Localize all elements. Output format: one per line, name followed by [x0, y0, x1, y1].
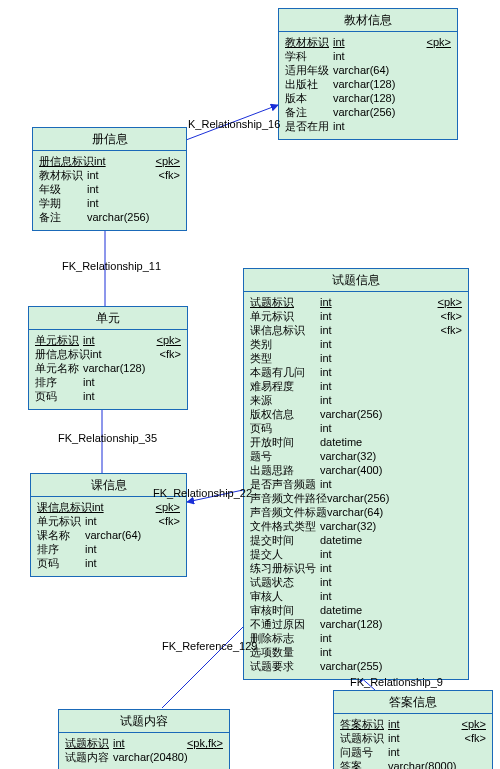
column-type: datetime	[320, 435, 432, 449]
column-row: 册信息标识int<fk>	[35, 347, 181, 361]
rel-label: FK_Relationship_9	[350, 676, 443, 688]
column-name: 审核时间	[250, 603, 320, 617]
entity-title: 试题信息	[244, 269, 468, 292]
column-name: 题号	[250, 449, 320, 463]
column-key	[432, 337, 462, 351]
column-key	[432, 561, 462, 575]
column-name: 单元标识	[250, 309, 320, 323]
rel-label: FK_Relationship_22	[153, 487, 252, 499]
column-name: 课信息标识	[37, 500, 92, 514]
column-row: 适用年级varchar(64)	[285, 63, 451, 77]
column-row: 版本varchar(128)	[285, 91, 451, 105]
column-key: <pk>	[421, 35, 451, 49]
column-key: <pk>	[151, 333, 181, 347]
column-row: 审核人int	[250, 589, 462, 603]
column-row: 备注varchar(256)	[39, 210, 180, 224]
column-type: varchar(64)	[327, 505, 432, 519]
column-row: 题号varchar(32)	[250, 449, 462, 463]
column-row: 备注varchar(256)	[285, 105, 451, 119]
column-row: 课名称varchar(64)	[37, 528, 180, 542]
column-name: 练习册标识号	[250, 561, 320, 575]
column-row: 提交人int	[250, 547, 462, 561]
column-key	[432, 463, 462, 477]
column-type: varchar(256)	[327, 491, 432, 505]
column-key	[150, 196, 180, 210]
column-type: int	[320, 477, 432, 491]
entity-试题信息: 试题信息 试题标识int<pk>单元标识int<fk>课信息标识int<fk>类…	[243, 268, 469, 680]
column-key: <fk>	[150, 514, 180, 528]
column-row: 问题号int	[340, 745, 486, 759]
entity-body: 试题标识int<pk>单元标识int<fk>课信息标识int<fk>类别int类…	[244, 292, 468, 679]
entity-册信息: 册信息 册信息标识int<pk>教材标识int<fk>年级int学期int备注v…	[32, 127, 187, 231]
column-name: 开放时间	[250, 435, 320, 449]
column-row: 学科int	[285, 49, 451, 63]
column-name: 学科	[285, 49, 333, 63]
column-type: int	[333, 35, 421, 49]
column-key	[432, 603, 462, 617]
entity-body: 课信息标识int<pk>单元标识int<fk>课名称varchar(64)排序i…	[31, 497, 186, 576]
column-type: int	[87, 182, 150, 196]
column-key: <fk>	[432, 323, 462, 337]
entity-教材信息: 教材信息 教材标识int<pk>学科int适用年级varchar(64)出版社v…	[278, 8, 458, 140]
column-name: 出版社	[285, 77, 333, 91]
column-name: 是否声音频题	[250, 477, 320, 491]
column-row: 文件格式类型varchar(32)	[250, 519, 462, 533]
column-type: int	[85, 514, 150, 528]
entity-试题内容: 试题内容 试题标识int<pk,fk>试题内容varchar(20480)	[58, 709, 230, 769]
column-name: 提交时间	[250, 533, 320, 547]
column-name: 声音频文件路径	[250, 491, 327, 505]
column-key: <pk,fk>	[187, 736, 223, 750]
column-key	[432, 505, 462, 519]
column-type: varchar(20480)	[113, 750, 193, 764]
column-key: <fk>	[151, 347, 181, 361]
column-type: varchar(256)	[87, 210, 150, 224]
column-name: 提交人	[250, 547, 320, 561]
column-key	[150, 210, 180, 224]
column-key	[421, 119, 451, 133]
column-key	[432, 393, 462, 407]
column-key	[151, 375, 181, 389]
entity-title: 答案信息	[334, 691, 492, 714]
column-key	[432, 365, 462, 379]
entity-title: 教材信息	[279, 9, 457, 32]
column-name: 册信息标识	[35, 347, 90, 361]
column-row: 试题标识int<pk,fk>	[65, 736, 223, 750]
column-name: 类别	[250, 337, 320, 351]
column-row: 排序int	[35, 375, 181, 389]
column-name: 年级	[39, 182, 87, 196]
column-key	[456, 759, 486, 769]
column-row: 答案varchar(8000)	[340, 759, 486, 769]
column-name: 文件格式类型	[250, 519, 320, 533]
column-name: 审核人	[250, 589, 320, 603]
column-name: 试题要求	[250, 659, 320, 673]
column-name: 页码	[35, 389, 83, 403]
column-type: varchar(64)	[333, 63, 421, 77]
column-name: 页码	[250, 421, 320, 435]
column-type: varchar(32)	[320, 519, 432, 533]
column-type: varchar(32)	[320, 449, 432, 463]
entity-body: 试题标识int<pk,fk>试题内容varchar(20480)	[59, 733, 229, 769]
column-row: 页码int	[35, 389, 181, 403]
column-name: 来源	[250, 393, 320, 407]
column-name: 不通过原因	[250, 617, 320, 631]
column-row: 审核时间datetime	[250, 603, 462, 617]
column-type: int	[320, 309, 432, 323]
column-row: 声音频文件标题varchar(64)	[250, 505, 462, 519]
column-key	[432, 631, 462, 645]
entity-title: 单元	[29, 307, 187, 330]
column-key	[150, 182, 180, 196]
column-row: 不通过原因varchar(128)	[250, 617, 462, 631]
column-type: int	[320, 295, 432, 309]
column-type: int	[320, 631, 432, 645]
column-key	[151, 389, 181, 403]
column-type: int	[333, 49, 421, 63]
column-type: int	[320, 547, 432, 561]
column-key	[421, 105, 451, 119]
column-type: int	[90, 347, 151, 361]
column-key	[150, 528, 180, 542]
column-key	[193, 750, 223, 764]
column-key	[432, 589, 462, 603]
column-key	[421, 77, 451, 91]
column-type: varchar(256)	[320, 407, 432, 421]
column-name: 备注	[285, 105, 333, 119]
